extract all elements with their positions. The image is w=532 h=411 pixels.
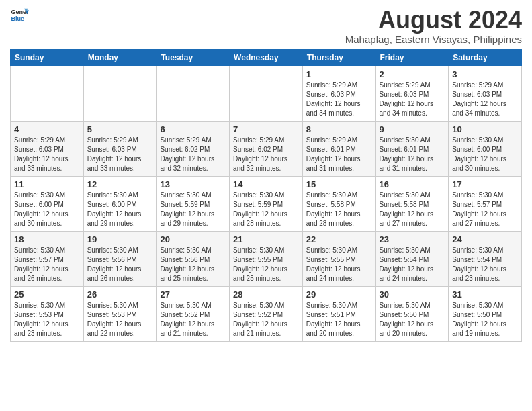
day-header-thursday: Thursday [302,49,375,66]
cell-date-number: 29 [306,289,372,300]
cell-date-number: 12 [87,179,153,189]
cell-content: Sunrise: 5:30 AM Sunset: 5:58 PM Dayligh… [380,191,445,228]
cell-content: Sunrise: 5:29 AM Sunset: 6:03 PM Dayligh… [14,136,80,173]
calendar-cell: 8Sunrise: 5:29 AM Sunset: 6:01 PM Daylig… [302,121,375,176]
cell-date-number: 24 [452,234,518,244]
calendar-week-5: 25Sunrise: 5:30 AM Sunset: 5:53 PM Dayli… [11,286,522,341]
calendar-cell: 17Sunrise: 5:30 AM Sunset: 5:57 PM Dayli… [449,176,522,231]
calendar-cell: 6Sunrise: 5:29 AM Sunset: 6:02 PM Daylig… [157,121,230,176]
cell-content: Sunrise: 5:30 AM Sunset: 5:56 PM Dayligh… [160,246,226,283]
calendar-cell: 25Sunrise: 5:30 AM Sunset: 5:53 PM Dayli… [11,286,84,341]
calendar-week-3: 11Sunrise: 5:30 AM Sunset: 6:00 PM Dayli… [11,176,522,231]
cell-content: Sunrise: 5:30 AM Sunset: 5:53 PM Dayligh… [87,301,153,338]
cell-date-number: 22 [306,234,372,244]
cell-date-number: 1 [306,69,372,79]
calendar-cell: 3Sunrise: 5:29 AM Sunset: 6:03 PM Daylig… [449,66,522,121]
cell-content: Sunrise: 5:30 AM Sunset: 5:54 PM Dayligh… [452,246,518,283]
cell-date-number: 20 [160,234,226,244]
calendar-cell: 12Sunrise: 5:30 AM Sunset: 6:00 PM Dayli… [83,176,157,231]
day-header-monday: Monday [83,49,157,66]
calendar-cell: 16Sunrise: 5:30 AM Sunset: 5:58 PM Dayli… [375,176,449,231]
calendar-header: SundayMondayTuesdayWednesdayThursdayFrid… [11,49,522,66]
calendar-week-4: 18Sunrise: 5:30 AM Sunset: 5:57 PM Dayli… [11,231,522,286]
calendar-cell: 31Sunrise: 5:30 AM Sunset: 5:50 PM Dayli… [449,286,522,341]
cell-date-number: 16 [380,179,445,189]
calendar-cell: 20Sunrise: 5:30 AM Sunset: 5:56 PM Dayli… [157,231,230,286]
calendar-cell: 26Sunrise: 5:30 AM Sunset: 5:53 PM Dayli… [83,286,157,341]
logo-icon: General Blue [10,7,29,26]
cell-date-number: 25 [14,289,80,300]
cell-date-number: 13 [160,179,226,189]
calendar-cell [83,66,157,121]
day-header-tuesday: Tuesday [157,49,230,66]
cell-content: Sunrise: 5:30 AM Sunset: 6:01 PM Dayligh… [380,136,445,173]
calendar-cell: 18Sunrise: 5:30 AM Sunset: 5:57 PM Dayli… [11,231,84,286]
calendar-cell: 30Sunrise: 5:30 AM Sunset: 5:50 PM Dayli… [375,286,449,341]
cell-content: Sunrise: 5:30 AM Sunset: 5:59 PM Dayligh… [160,191,226,228]
cell-date-number: 18 [14,234,80,244]
day-header-sunday: Sunday [11,49,84,66]
cell-content: Sunrise: 5:30 AM Sunset: 5:56 PM Dayligh… [87,246,153,283]
calendar-cell: 22Sunrise: 5:30 AM Sunset: 5:55 PM Dayli… [302,231,375,286]
cell-date-number: 6 [160,124,226,134]
calendar-cell [11,66,84,121]
day-header-saturday: Saturday [449,49,522,66]
cell-content: Sunrise: 5:29 AM Sunset: 6:03 PM Dayligh… [380,81,445,118]
logo: General Blue [10,7,29,26]
calendar-cell: 27Sunrise: 5:30 AM Sunset: 5:52 PM Dayli… [157,286,230,341]
cell-date-number: 23 [380,234,445,244]
cell-date-number: 9 [380,124,445,134]
cell-date-number: 21 [233,234,299,244]
svg-text:Blue: Blue [11,15,24,22]
cell-content: Sunrise: 5:30 AM Sunset: 5:59 PM Dayligh… [233,191,299,228]
cell-content: Sunrise: 5:30 AM Sunset: 5:54 PM Dayligh… [380,246,445,283]
cell-content: Sunrise: 5:30 AM Sunset: 5:55 PM Dayligh… [306,246,372,283]
calendar-cell: 13Sunrise: 5:30 AM Sunset: 5:59 PM Dayli… [157,176,230,231]
cell-content: Sunrise: 5:29 AM Sunset: 6:02 PM Dayligh… [233,136,299,173]
calendar-cell: 2Sunrise: 5:29 AM Sunset: 6:03 PM Daylig… [375,66,449,121]
cell-date-number: 27 [160,289,226,300]
day-header-wednesday: Wednesday [230,49,303,66]
cell-date-number: 7 [233,124,299,134]
cell-content: Sunrise: 5:29 AM Sunset: 6:03 PM Dayligh… [87,136,153,173]
cell-date-number: 15 [306,179,372,189]
cell-content: Sunrise: 5:30 AM Sunset: 5:57 PM Dayligh… [452,191,518,228]
cell-content: Sunrise: 5:30 AM Sunset: 5:52 PM Dayligh… [160,301,226,338]
calendar-cell: 24Sunrise: 5:30 AM Sunset: 5:54 PM Dayli… [449,231,522,286]
cell-date-number: 4 [14,124,80,134]
calendar-cell: 4Sunrise: 5:29 AM Sunset: 6:03 PM Daylig… [11,121,84,176]
calendar-cell: 19Sunrise: 5:30 AM Sunset: 5:56 PM Dayli… [83,231,157,286]
cell-date-number: 2 [380,69,445,79]
main-title: August 2024 [345,7,522,34]
cell-content: Sunrise: 5:30 AM Sunset: 5:53 PM Dayligh… [14,301,80,338]
cell-date-number: 5 [87,124,153,134]
cell-content: Sunrise: 5:30 AM Sunset: 5:58 PM Dayligh… [306,191,372,228]
cell-content: Sunrise: 5:30 AM Sunset: 5:50 PM Dayligh… [452,301,518,338]
cell-date-number: 26 [87,289,153,300]
subtitle: Mahaplag, Eastern Visayas, Philippines [345,34,522,45]
calendar-cell: 10Sunrise: 5:30 AM Sunset: 6:00 PM Dayli… [449,121,522,176]
cell-content: Sunrise: 5:29 AM Sunset: 6:01 PM Dayligh… [306,136,372,173]
calendar-cell: 29Sunrise: 5:30 AM Sunset: 5:51 PM Dayli… [302,286,375,341]
calendar-cell: 28Sunrise: 5:30 AM Sunset: 5:52 PM Dayli… [230,286,303,341]
calendar-cell [157,66,230,121]
header: General Blue August 2024 Mahaplag, Easte… [10,7,522,45]
cell-date-number: 31 [452,289,518,300]
calendar-week-2: 4Sunrise: 5:29 AM Sunset: 6:03 PM Daylig… [11,121,522,176]
cell-content: Sunrise: 5:30 AM Sunset: 6:00 PM Dayligh… [87,191,153,228]
cell-content: Sunrise: 5:30 AM Sunset: 5:52 PM Dayligh… [233,301,299,338]
cell-content: Sunrise: 5:30 AM Sunset: 5:55 PM Dayligh… [233,246,299,283]
cell-date-number: 17 [452,179,518,189]
calendar-table: SundayMondayTuesdayWednesdayThursdayFrid… [10,49,522,342]
cell-date-number: 3 [452,69,518,79]
cell-content: Sunrise: 5:30 AM Sunset: 5:50 PM Dayligh… [380,301,445,338]
cell-content: Sunrise: 5:30 AM Sunset: 5:57 PM Dayligh… [14,246,80,283]
cell-date-number: 8 [306,124,372,134]
title-area: August 2024 Mahaplag, Eastern Visayas, P… [345,7,522,45]
calendar-cell: 5Sunrise: 5:29 AM Sunset: 6:03 PM Daylig… [83,121,157,176]
calendar-cell: 21Sunrise: 5:30 AM Sunset: 5:55 PM Dayli… [230,231,303,286]
calendar-cell [230,66,303,121]
cell-content: Sunrise: 5:30 AM Sunset: 5:51 PM Dayligh… [306,301,372,338]
calendar-cell: 11Sunrise: 5:30 AM Sunset: 6:00 PM Dayli… [11,176,84,231]
day-header-friday: Friday [375,49,449,66]
